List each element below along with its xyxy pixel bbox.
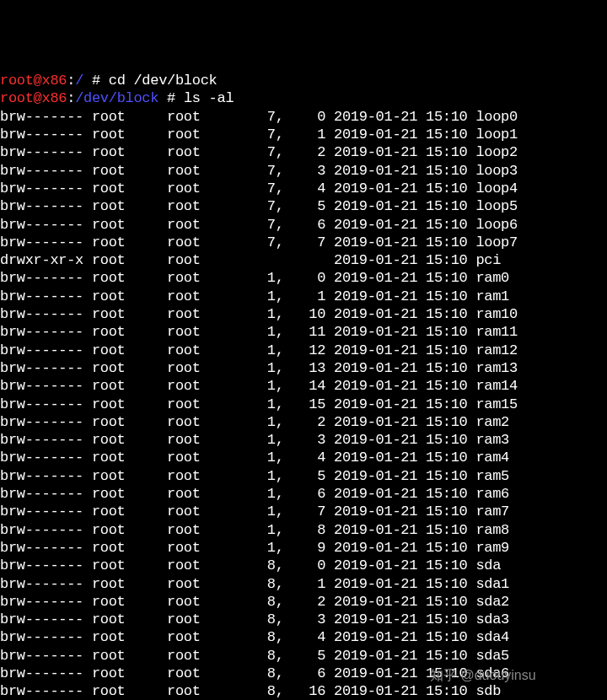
prompt-user: root@x86 [0, 90, 67, 106]
ls-row: brw------- root root 1, 7 2019-01-21 15:… [0, 503, 607, 520]
ls-row: brw------- root root 7, 3 2019-01-21 15:… [0, 162, 607, 180]
ls-row: brw------- root root 8, 16 2019-01-21 15… [0, 682, 607, 700]
prompt-line-2: root@x86:/dev/block # ls -al [0, 89, 607, 107]
ls-row: brw------- root root 1, 4 2019-01-21 15:… [0, 449, 607, 466]
ls-row: brw------- root root 1, 0 2019-01-21 15:… [0, 269, 607, 287]
ls-row: brw------- root root 8, 1 2019-01-21 15:… [0, 575, 607, 593]
ls-row: brw------- root root 7, 2 2019-01-21 15:… [0, 143, 607, 161]
prompt-sep: # [158, 90, 184, 106]
ls-row: brw------- root root 7, 6 2019-01-21 15:… [0, 216, 607, 234]
ls-row: brw------- root root 8, 4 2019-01-21 15:… [0, 628, 607, 646]
ls-row: brw------- root root 8, 5 2019-01-21 15:… [0, 647, 607, 665]
ls-row: brw------- root root 7, 5 2019-01-21 15:… [0, 197, 607, 215]
ls-row: brw------- root root 1, 15 2019-01-21 15… [0, 396, 607, 413]
ls-row: brw------- root root 1, 2 2019-01-21 15:… [0, 413, 607, 431]
prompt-line-1: root@x86:/ # cd /dev/block [0, 72, 607, 89]
prompt-colon: : [67, 90, 75, 106]
ls-row: brw------- root root 8, 3 2019-01-21 15:… [0, 611, 607, 628]
prompt-colon: : [67, 73, 75, 89]
ls-row: brw------- root root 1, 5 2019-01-21 15:… [0, 467, 607, 485]
ls-row: brw------- root root 1, 1 2019-01-21 15:… [0, 288, 607, 305]
watermark: 知乎 @duouyinsu [430, 666, 536, 684]
terminal[interactable]: root@x86:/ # cd /dev/blockroot@x86:/dev/… [0, 72, 607, 700]
prompt-path: / [75, 73, 83, 89]
ls-row: brw------- root root 1, 8 2019-01-21 15:… [0, 521, 607, 539]
ls-row: brw------- root root 1, 11 2019-01-21 15… [0, 323, 607, 341]
prompt-sep: # [83, 73, 109, 89]
ls-row: brw------- root root 1, 6 2019-01-21 15:… [0, 485, 607, 503]
ls-row: brw------- root root 1, 3 2019-01-21 15:… [0, 431, 607, 449]
ls-row: brw------- root root 1, 13 2019-01-21 15… [0, 359, 607, 377]
ls-row: brw------- root root 7, 7 2019-01-21 15:… [0, 234, 607, 251]
ls-row: brw------- root root 1, 12 2019-01-21 15… [0, 342, 607, 359]
ls-row: brw------- root root 8, 2 2019-01-21 15:… [0, 593, 607, 611]
prompt-path: /dev/block [75, 90, 158, 106]
ls-row: drwxr-xr-x root root 2019-01-21 15:10 pc… [0, 251, 607, 269]
ls-output: brw------- root root 7, 0 2019-01-21 15:… [0, 108, 607, 700]
ls-row: brw------- root root 1, 9 2019-01-21 15:… [0, 539, 607, 557]
ls-row: brw------- root root 1, 10 2019-01-21 15… [0, 305, 607, 323]
command-text: ls -al [184, 90, 234, 106]
ls-row: brw------- root root 7, 0 2019-01-21 15:… [0, 108, 607, 126]
command-text: cd /dev/block [109, 73, 218, 89]
ls-row: brw------- root root 7, 1 2019-01-21 15:… [0, 126, 607, 143]
ls-row: brw------- root root 7, 4 2019-01-21 15:… [0, 180, 607, 197]
ls-row: brw------- root root 8, 0 2019-01-21 15:… [0, 557, 607, 574]
prompt-user: root@x86 [0, 73, 67, 89]
ls-row: brw------- root root 1, 14 2019-01-21 15… [0, 377, 607, 395]
